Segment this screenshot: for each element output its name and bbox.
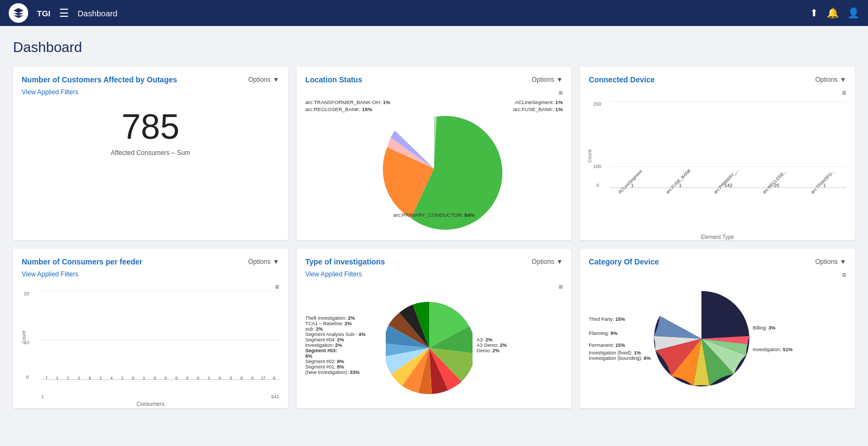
card-header-category: Category Of Device Options ▼ (589, 257, 846, 266)
header-icons: ⬆ 🔔 👤 (810, 7, 859, 19)
location-pie-chart (374, 114, 494, 223)
category-right-labels: Billing: 3% Investigation: 51% (752, 325, 793, 352)
x-axis-title-connected: Element Type (589, 234, 846, 240)
hamburger-investigations[interactable]: ≡ (305, 282, 563, 291)
bell-icon[interactable]: 🔔 (827, 7, 839, 19)
category-pie-container: Third Party: 15% Planning: 9% Permanent:… (589, 279, 846, 398)
location-mid-labels: arc:RECLOSER_BANK: 15% arc:FUSE_BANK: 1% (305, 106, 563, 112)
filter-link-investigations[interactable]: View Applied Filters (305, 270, 563, 278)
nav-title: Dashboard (78, 9, 117, 18)
bar-group-primary: 142 (706, 183, 750, 188)
page-title: Dashboard (13, 39, 855, 56)
card-consumers-feeder: Number of Consumers per feeder Options ▼… (13, 249, 288, 408)
options-btn-location[interactable]: Options ▼ (532, 76, 563, 83)
hamburger-feeder[interactable]: ≡ (22, 282, 279, 291)
hamburger-connected[interactable]: ≡ (589, 88, 846, 97)
main-content: Dashboard Number of Customers Affected b… (0, 26, 868, 421)
card-header-feeder: Number of Consumers per feeder Options ▼ (22, 257, 279, 266)
options-btn-category[interactable]: Options ▼ (815, 258, 846, 266)
card-title-location[interactable]: Location Status (305, 75, 362, 84)
upload-icon[interactable]: ⬆ (810, 7, 818, 19)
investigations-left-labels: Theft Investigation: 2% TCA1 – Baseline:… (305, 315, 381, 375)
card-title-feeder[interactable]: Number of Consumers per feeder (22, 257, 143, 266)
x-axis-title-feeder: Consumers (22, 401, 279, 407)
investigations-right-labels: A3: 2% A3 Demo: 2% Demo: 2% (477, 337, 507, 353)
location-top-labels: arc:TRANSFORMER_BANK-OH: 1% ACLineSegmen… (305, 99, 563, 105)
options-btn-customers[interactable]: Options ▼ (248, 76, 279, 83)
card-title-investigations[interactable]: Type of investigations (305, 257, 385, 266)
card-header-location: Location Status Options ▼ (305, 75, 563, 84)
investigations-pie-container: Theft Investigation: 2% TCA1 – Baseline:… (305, 291, 563, 399)
bar-group-fuse: 1 (659, 183, 703, 188)
feeder-bar-chart: Count 20 10 0 7 1 1 2 8 2 4 2 0 (22, 291, 279, 399)
filter-link-feeder[interactable]: View Applied Filters (22, 270, 279, 278)
feeder-bars: 7 1 1 2 8 2 4 2 0 1 0 0 0 0 0 2 0 (41, 291, 279, 380)
options-btn-investigations[interactable]: Options ▼ (532, 258, 563, 266)
card-location-status: Location Status Options ▼ ≡ arc:TRANSFOR… (297, 67, 572, 240)
big-number-customers: 785 (22, 107, 279, 147)
card-grid: Number of Customers Affected by Outages … (13, 67, 855, 408)
location-bottom-label: arc:PRIMARY_CONDUCTOR: 84% (393, 212, 475, 218)
card-title-connected[interactable]: Connected Device (589, 75, 654, 84)
investigations-pie (386, 291, 473, 399)
hamburger-icon[interactable]: ☰ (59, 7, 69, 20)
category-left-labels: Third Party: 15% Planning: 9% Permanent:… (589, 316, 650, 361)
app-name: TGI (37, 9, 50, 18)
card-customers-outages: Number of Customers Affected by Outages … (13, 67, 288, 240)
card-title-category[interactable]: Category Of Device (589, 257, 659, 266)
card-header-investigations: Type of investigations Options ▼ (305, 257, 563, 266)
card-category-device: Category Of Device Options ▼ ≡ Third Par… (580, 249, 855, 408)
options-btn-connected[interactable]: Options ▼ (815, 76, 846, 83)
user-icon[interactable]: 👤 (847, 7, 859, 19)
connected-bar-chart: Count 200 100 0 1 1 (589, 101, 846, 231)
location-pie-wrapper: arc:TRANSFORMER_BANK-OH: 1% ACLineSegmen… (305, 99, 563, 218)
hamburger-category[interactable]: ≡ (589, 270, 846, 279)
card-title-customers-outages[interactable]: Number of Customers Affected by Outages (22, 75, 177, 84)
card-type-investigations: Type of investigations Options ▼ View Ap… (297, 249, 572, 408)
y-axis-connected: Count (587, 150, 592, 163)
big-number-label-customers: Affected Consumers – Sum (22, 149, 279, 157)
card-connected-device: Connected Device Options ▼ ≡ Count 200 1… (580, 67, 855, 240)
app-logo (9, 3, 28, 23)
hamburger-location[interactable]: ≡ (305, 88, 563, 97)
bar-group-acline: 1 (610, 183, 654, 188)
card-header-connected: Connected Device Options ▼ (589, 75, 846, 84)
options-btn-feeder[interactable]: Options ▼ (248, 258, 279, 266)
filter-link-customers[interactable]: View Applied Filters (22, 88, 279, 96)
card-header: Number of Customers Affected by Outages … (22, 75, 279, 84)
category-pie (653, 279, 750, 398)
header: TGI ☰ Dashboard ⬆ 🔔 👤 (0, 0, 868, 26)
connected-x-labels: ACLineSegment arc:FUSE_BANK arc:PRIMARY_… (610, 189, 846, 231)
